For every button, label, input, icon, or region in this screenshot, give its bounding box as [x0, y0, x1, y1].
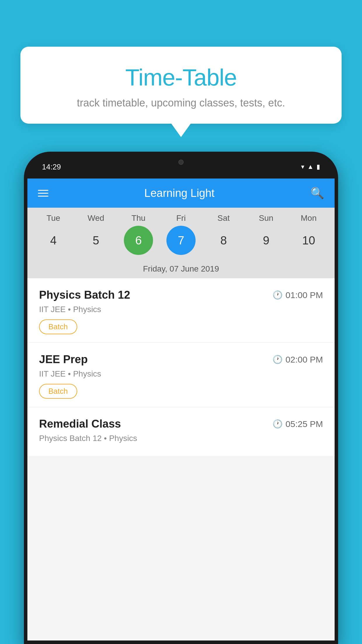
day-name-6: Mon	[294, 214, 323, 223]
menu-line-3	[38, 196, 48, 197]
day-7-selected[interactable]: 7	[166, 226, 196, 255]
clock-icon-1: 🕐	[273, 355, 283, 364]
hamburger-menu-button[interactable]	[38, 190, 48, 197]
time-value-0: 01:00 PM	[286, 290, 323, 300]
tooltip-subtitle: track timetable, upcoming classes, tests…	[38, 97, 324, 109]
day-name-2: Thu	[124, 214, 153, 223]
day-names-row: Tue Wed Thu Fri Sat Sun Mon	[27, 214, 335, 223]
schedule-item-2[interactable]: Remedial Class 🕐 05:25 PM Physics Batch …	[27, 407, 335, 457]
clock-icon-0: 🕐	[273, 290, 283, 300]
item-time-0: 🕐 01:00 PM	[273, 290, 323, 300]
selected-date-label: Friday, 07 June 2019	[27, 260, 335, 278]
day-name-1: Wed	[81, 214, 110, 223]
schedule-item-0[interactable]: Physics Batch 12 🕐 01:00 PM IIT JEE • Ph…	[27, 278, 335, 343]
calendar-strip: Tue Wed Thu Fri Sat Sun Mon 4 5 6 7 8 9 …	[27, 208, 335, 278]
clock-icon-2: 🕐	[273, 419, 283, 429]
batch-badge-1: Batch	[39, 384, 77, 399]
time-value-1: 02:00 PM	[286, 355, 323, 365]
battery-icon: ▮	[317, 163, 320, 171]
day-name-0: Tue	[39, 214, 68, 223]
phone-time: 14:29	[42, 162, 61, 172]
phone-screen: Learning Light 🔍 Tue Wed Thu Fri Sat Sun…	[27, 178, 335, 640]
day-9[interactable]: 9	[252, 226, 281, 255]
tooltip-card: Time-Table track timetable, upcoming cla…	[20, 47, 342, 124]
day-name-4: Sat	[209, 214, 238, 223]
day-name-5: Sun	[252, 214, 281, 223]
item-meta-1: IIT JEE • Physics	[39, 369, 323, 379]
item-header-2: Remedial Class 🕐 05:25 PM	[39, 418, 323, 430]
item-title-1: JEE Prep	[39, 353, 88, 366]
day-name-3: Fri	[166, 214, 196, 223]
item-meta-2: Physics Batch 12 • Physics	[39, 434, 323, 443]
app-header: Learning Light 🔍	[27, 178, 335, 208]
signal-icon: ▲	[307, 163, 314, 171]
status-icons: ▾ ▲ ▮	[301, 163, 320, 171]
tooltip-title: Time-Table	[38, 64, 324, 91]
item-meta-0: IIT JEE • Physics	[39, 305, 323, 314]
phone-frame: 14:29 ▾ ▲ ▮ Learning Light 🔍 Tue Wed	[24, 152, 338, 644]
day-8[interactable]: 8	[209, 226, 238, 255]
schedule-list: Physics Batch 12 🕐 01:00 PM IIT JEE • Ph…	[27, 278, 335, 457]
status-bar: 14:29 ▾ ▲ ▮	[27, 155, 335, 178]
day-5[interactable]: 5	[81, 226, 110, 255]
day-4[interactable]: 4	[39, 226, 68, 255]
schedule-item-1[interactable]: JEE Prep 🕐 02:00 PM IIT JEE • Physics Ba…	[27, 343, 335, 407]
item-title-2: Remedial Class	[39, 418, 121, 430]
phone-camera	[178, 160, 184, 165]
item-time-1: 🕐 02:00 PM	[273, 355, 323, 365]
menu-line-1	[38, 190, 48, 191]
time-value-2: 05:25 PM	[286, 419, 323, 429]
batch-badge-0: Batch	[39, 319, 77, 334]
menu-line-2	[38, 193, 48, 194]
app-title: Learning Light	[144, 187, 215, 200]
item-title-0: Physics Batch 12	[39, 289, 130, 301]
day-6-today[interactable]: 6	[124, 226, 153, 255]
search-icon[interactable]: 🔍	[310, 187, 324, 200]
phone-notch	[164, 155, 198, 169]
wifi-icon: ▾	[301, 163, 304, 171]
item-time-2: 🕐 05:25 PM	[273, 419, 323, 429]
day-10[interactable]: 10	[294, 226, 323, 255]
item-header-1: JEE Prep 🕐 02:00 PM	[39, 353, 323, 366]
day-numbers-row[interactable]: 4 5 6 7 8 9 10	[27, 226, 335, 255]
item-header-0: Physics Batch 12 🕐 01:00 PM	[39, 289, 323, 301]
